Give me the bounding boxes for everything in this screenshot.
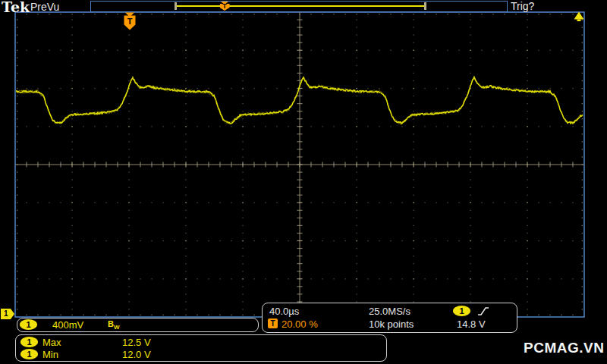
channel-badge: 1 (20, 349, 38, 359)
trigger-position-icon: T (219, 2, 230, 11)
measurement-label: Min (42, 349, 58, 360)
channel-scale: 400mV (52, 319, 83, 331)
record-length: 10k points (369, 318, 414, 330)
bandwidth-letter: B (108, 319, 114, 328)
channel-readout-box: 1 400mV BW (17, 318, 259, 332)
measurement-label: Max (42, 337, 61, 348)
bandwidth-limit-icon: BW (108, 319, 120, 331)
channel-badge: 1 (20, 319, 37, 330)
record-view-bar: T (90, 1, 508, 12)
sample-rate: 25.0MS/s (369, 306, 410, 317)
horizontal-readout-box: 40.0µs 25.0MS/s 1 T 20.00 % 10k points 1… (262, 303, 517, 333)
channel-badge: 1 (20, 337, 38, 347)
trigger-source-badge: 1 (453, 306, 470, 316)
slope-rising-icon (477, 306, 490, 317)
trigger-position-readout: 20.00 % (281, 318, 318, 330)
trigger-type-icon: T (268, 318, 278, 328)
watermark: PCMAG.VN (524, 340, 604, 356)
trigger-level-readout: 14.8 V (457, 318, 486, 330)
time-per-div: 40.0µs (269, 306, 299, 317)
window-line (177, 5, 426, 7)
measurement-panel: 1 Max 12.5 V 1 Min 12.0 V (15, 334, 387, 362)
trigger-position-marker-icon: T (124, 13, 136, 30)
window-bracket-right (424, 2, 426, 10)
brand-logo: Tek (2, 0, 30, 15)
trigger-marker-letter: T (127, 17, 133, 26)
oscilloscope-screen: T Tek PreVu T Trig? 1 1 400mV BW 40.0µs … (0, 0, 607, 364)
bandwidth-sub-letter: W (114, 324, 120, 331)
measurement-value: 12.0 V (122, 349, 151, 360)
acquisition-mode: PreVu (30, 1, 59, 13)
trigger-status: Trig? (511, 0, 534, 12)
trigger-position-badge: T (220, 4, 230, 11)
measurement-value: 12.5 V (122, 337, 151, 348)
